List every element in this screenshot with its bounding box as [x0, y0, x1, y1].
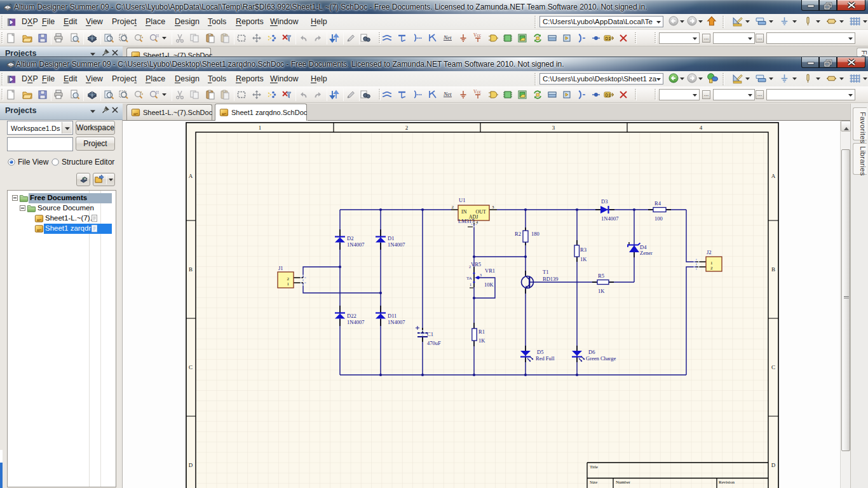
svg-text:1N4007: 1N4007	[388, 319, 405, 325]
svg-text:D5: D5	[537, 349, 543, 355]
svg-text:ADJ: ADJ	[469, 214, 478, 220]
svg-text:D11: D11	[388, 313, 397, 319]
svg-text:BD139: BD139	[543, 276, 559, 282]
svg-text:A: A	[771, 173, 776, 179]
svg-text:D3: D3	[601, 198, 607, 205]
svg-text:VR5: VR5	[471, 261, 481, 268]
svg-text:2: 2	[405, 125, 409, 131]
svg-text:1N4007: 1N4007	[347, 319, 364, 325]
svg-text:3: 3	[480, 273, 482, 277]
svg-text:1N4007: 1N4007	[388, 241, 405, 248]
svg-text:D22: D22	[347, 313, 356, 319]
svg-text:T1: T1	[543, 269, 548, 275]
svg-text:R1: R1	[478, 329, 485, 335]
svg-text:Red Full: Red Full	[536, 355, 555, 362]
svg-text:1K: 1K	[598, 288, 605, 294]
svg-text:1K: 1K	[580, 256, 587, 262]
svg-text:U1: U1	[459, 197, 465, 203]
svg-text:C1: C1	[427, 331, 433, 337]
svg-text:1: 1	[259, 125, 262, 131]
svg-text:2: 2	[710, 266, 713, 271]
svg-text:D: D	[189, 462, 193, 468]
svg-text:C: C	[771, 364, 775, 370]
svg-text:A: A	[189, 173, 193, 179]
svg-text:TA: TA	[466, 276, 472, 281]
svg-text:3: 3	[552, 125, 555, 131]
svg-text:4: 4	[700, 125, 703, 131]
svg-text:2: 2	[452, 205, 454, 210]
svg-text:B: B	[771, 266, 775, 273]
svg-text:R3: R3	[580, 247, 587, 253]
svg-text:D2: D2	[347, 235, 353, 241]
svg-text:J2: J2	[707, 249, 712, 255]
svg-text:180: 180	[531, 231, 539, 237]
svg-text:B: B	[189, 266, 193, 273]
svg-text:2: 2	[287, 276, 290, 281]
svg-text:Revision: Revision	[719, 480, 735, 485]
svg-text:1: 1	[710, 261, 713, 266]
svg-text:R5: R5	[598, 273, 604, 279]
svg-text:1N4007: 1N4007	[601, 215, 618, 222]
svg-text:VR1: VR1	[485, 268, 495, 274]
svg-text:D: D	[771, 462, 776, 468]
svg-text:Green Charge: Green Charge	[586, 355, 616, 362]
svg-text:3: 3	[492, 205, 494, 210]
svg-text:10K: 10K	[484, 281, 494, 288]
svg-text:IN: IN	[461, 209, 467, 215]
svg-text:2: 2	[469, 265, 471, 269]
svg-text:R2: R2	[515, 231, 521, 237]
svg-text:D6: D6	[588, 349, 595, 355]
svg-text:D1: D1	[388, 235, 394, 241]
svg-text:Size: Size	[590, 480, 597, 485]
svg-text:Title: Title	[590, 464, 598, 470]
svg-text:1N4007: 1N4007	[347, 241, 364, 248]
svg-text:Zener: Zener	[640, 250, 653, 256]
svg-text:100: 100	[654, 215, 663, 222]
svg-text:C: C	[189, 364, 193, 370]
svg-text:1: 1	[470, 283, 471, 287]
svg-text:1K: 1K	[478, 337, 485, 344]
svg-text:Number: Number	[616, 480, 631, 485]
svg-text:470uF: 470uF	[427, 340, 441, 346]
svg-text:J1: J1	[278, 265, 283, 271]
svg-text:1: 1	[287, 281, 290, 287]
svg-text:R4: R4	[654, 200, 661, 207]
